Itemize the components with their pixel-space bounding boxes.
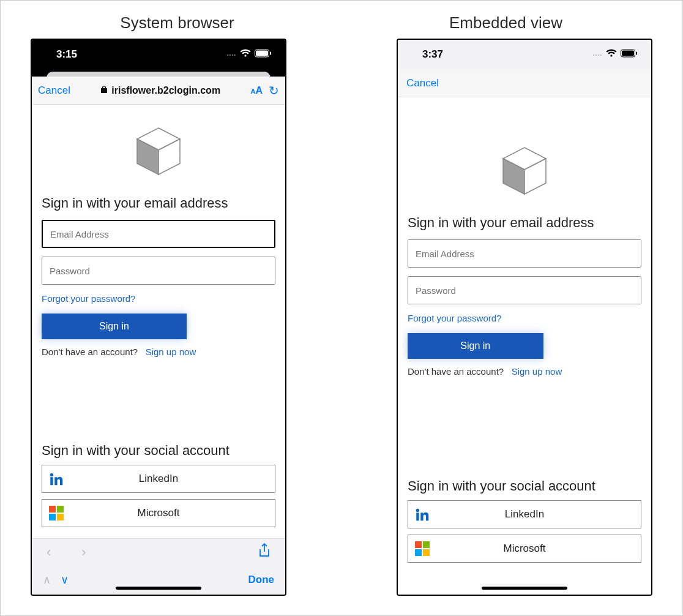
phone-system-browser: 3:15 •••• Cancel irisflower.b2clogin.com… [31,39,286,596]
microsoft-label: Microsoft [408,543,641,555]
cellular-icon: •••• [593,52,602,58]
cellular-icon: •••• [227,52,236,58]
password-input[interactable] [408,276,641,304]
app-logo [42,124,275,179]
phones-row: 3:15 •••• Cancel irisflower.b2clogin.com… [13,39,670,603]
cube-icon [131,124,186,179]
linkedin-button[interactable]: LinkedIn [42,465,275,493]
social-heading: Sign in with your social account [408,478,641,494]
svg-rect-8 [636,52,637,55]
tab-stack [32,69,285,77]
linkedin-button[interactable]: LinkedIn [408,500,641,528]
done-button[interactable]: Done [248,574,275,586]
svg-rect-2 [270,52,271,55]
embedded-nav-bar: Cancel [398,69,651,97]
microsoft-icon [47,506,65,520]
email-input[interactable] [408,239,641,268]
linkedin-label: LinkedIn [408,508,641,520]
forgot-password-link[interactable]: Forgot your password? [408,313,641,323]
title-right: Embedded view [342,13,670,32]
microsoft-label: Microsoft [42,507,275,519]
noaccount-text: Don't have an account? [42,347,138,357]
refresh-button[interactable]: ↻ [269,83,279,98]
browser-address-bar: Cancel irisflower.b2clogin.com AA ↻ [32,77,285,105]
signup-prompt: Don't have an account? Sign up now [408,366,641,377]
cancel-button[interactable]: Cancel [38,85,70,97]
linkedin-label: LinkedIn [42,473,275,485]
status-icons: •••• [227,48,272,61]
status-icons: •••• [593,48,638,61]
wifi-icon [240,48,251,61]
keyboard-accessory-bar: ∧ ∨ Done [32,565,285,595]
text-size-button[interactable]: AA [250,85,263,96]
home-indicator [482,587,567,590]
email-input[interactable] [42,220,275,248]
signin-page: Sign in with your email address Forgot y… [32,105,285,538]
svg-rect-7 [622,51,634,56]
url-text: irisflower.b2clogin.com [111,85,220,96]
signup-link[interactable]: Sign up now [146,347,196,357]
comparison-titles: System browser Embedded view [13,7,670,39]
lock-icon [100,85,108,96]
share-button[interactable] [258,543,271,562]
microsoft-button[interactable]: Microsoft [42,499,275,527]
svg-rect-1 [256,51,268,56]
linkedin-icon [413,506,431,522]
status-bar: 3:15 •••• [32,40,285,69]
password-input[interactable] [42,257,275,285]
home-indicator [116,587,201,590]
status-bar: 3:37 •••• [398,40,651,69]
forward-button[interactable]: › [81,544,86,560]
signin-heading: Sign in with your email address [408,215,641,231]
prev-field-button[interactable]: ∧ [43,573,51,587]
battery-icon [255,48,272,61]
social-heading: Sign in with your social account [42,443,275,459]
microsoft-button[interactable]: Microsoft [408,535,641,563]
signin-button[interactable]: Sign in [408,333,543,359]
app-logo [408,144,641,199]
signin-page: Sign in with your email address Forgot y… [398,97,651,574]
next-field-button[interactable]: ∨ [61,573,69,587]
wifi-icon [606,48,617,61]
cancel-button[interactable]: Cancel [406,77,439,89]
status-time: 3:15 [56,48,77,61]
title-left: System browser [13,13,342,32]
signup-link[interactable]: Sign up now [512,366,562,377]
signin-button[interactable]: Sign in [42,314,187,339]
signup-prompt: Don't have an account? Sign up now [42,347,275,357]
battery-icon [621,48,638,61]
url-display[interactable]: irisflower.b2clogin.com [77,85,245,96]
linkedin-icon [47,471,65,487]
browser-nav-toolbar: ‹ › [32,538,285,565]
back-button[interactable]: ‹ [47,544,51,560]
bottom-safe-area [398,574,651,595]
forgot-password-link[interactable]: Forgot your password? [42,293,275,304]
noaccount-text: Don't have an account? [408,366,504,377]
cube-icon [497,144,552,199]
signin-heading: Sign in with your email address [42,195,275,211]
phone-embedded-view: 3:37 •••• Cancel Sign [397,39,652,596]
microsoft-icon [413,541,431,556]
status-time: 3:37 [422,48,443,61]
